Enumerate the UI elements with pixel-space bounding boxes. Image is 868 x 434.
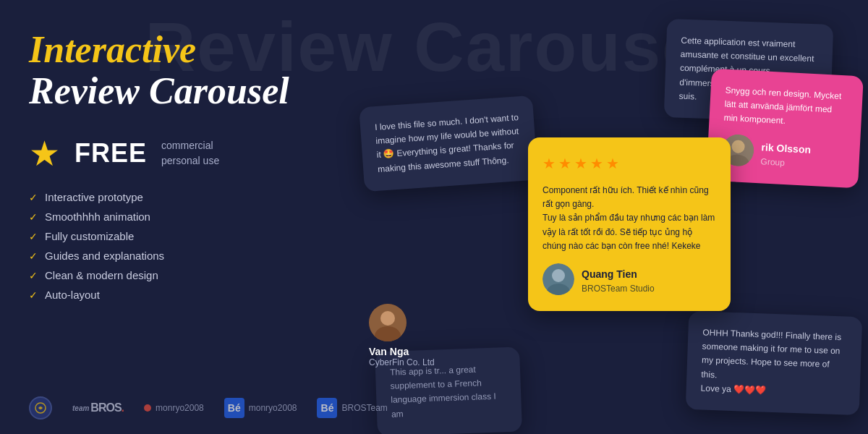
star-icon: ★ bbox=[29, 133, 60, 174]
title-interactive: Interactive bbox=[29, 29, 289, 70]
review-text: Component rất hữu ích. Thiết kế nhìn cũn… bbox=[542, 184, 716, 253]
free-sublabel: commercial personal use bbox=[161, 138, 219, 169]
author-company: BROSTeam Studio bbox=[582, 282, 655, 296]
logo-item-monryo2: Bé monryo2008 bbox=[224, 398, 297, 418]
title-main: Review Carousel bbox=[29, 70, 289, 111]
van-nga-name: Van Nga bbox=[369, 346, 435, 357]
van-nga-card: Van Nga CyberFin Co. Ltd bbox=[369, 304, 435, 367]
logo-label: monryo2008 bbox=[249, 403, 297, 413]
logo-label: BROSTeam bbox=[341, 403, 387, 413]
svg-point-5 bbox=[552, 269, 565, 282]
list-item: ✓ Fully customizable bbox=[29, 230, 289, 242]
review-text: OHHH Thanks god!!! Finally there is some… bbox=[700, 326, 847, 401]
star-4: ★ bbox=[590, 152, 603, 175]
behance-icon: Bé bbox=[224, 398, 244, 418]
check-icon: ✓ bbox=[29, 270, 38, 281]
logo-item-1 bbox=[29, 396, 52, 420]
free-section: ★ FREE commercial personal use bbox=[29, 133, 289, 174]
star-1: ★ bbox=[542, 152, 556, 175]
cards-area: I love this file so much. I don't want t… bbox=[304, 0, 868, 434]
check-icon: ✓ bbox=[29, 231, 38, 242]
list-item: ✓ Guides and explanations bbox=[29, 250, 289, 262]
check-icon: ✓ bbox=[29, 250, 38, 262]
logos-bar: team BROS. monryo2008 Bé monryo2008 Bé B… bbox=[29, 396, 388, 420]
svg-point-2 bbox=[380, 311, 395, 326]
review-text: Snygg och ren design. Mycket lätt att an… bbox=[723, 84, 848, 132]
star-3: ★ bbox=[574, 152, 587, 175]
free-label: FREE bbox=[75, 138, 147, 169]
check-icon: ✓ bbox=[29, 192, 38, 203]
logo-item-monryo1: monryo2008 bbox=[144, 403, 204, 413]
features-list: ✓ Interactive prototype ✓ Smoothhhh anim… bbox=[29, 191, 289, 301]
check-icon: ✓ bbox=[29, 211, 38, 223]
check-icon: ✓ bbox=[29, 289, 38, 301]
review-text: This app is tr... a great supplement to … bbox=[390, 362, 508, 421]
list-item: ✓ Clean & modern design bbox=[29, 269, 289, 281]
review-text: I love this file so much. I don't want t… bbox=[375, 111, 523, 176]
author-info: Quang Tien BROSTeam Studio bbox=[582, 262, 655, 297]
author-row: Quang Tien BROSTeam Studio bbox=[542, 262, 716, 297]
logo-item-bros: team BROS. bbox=[72, 401, 124, 414]
behance-icon-2: Bé bbox=[317, 398, 337, 418]
review-card-yellow: ★ ★ ★ ★ ★ Component rất hữu ích. Thiết k… bbox=[528, 137, 731, 311]
logo-label: monryo2008 bbox=[156, 403, 204, 413]
left-panel: Interactive Review Carousel ★ FREE comme… bbox=[29, 29, 289, 308]
list-item: ✓ Auto-layout bbox=[29, 289, 289, 301]
logo-item-brosteam: Bé BROSTeam bbox=[317, 398, 387, 418]
brand-icon bbox=[29, 396, 52, 420]
author-row-pink: rik Olsson Group bbox=[721, 132, 846, 173]
author-info-pink: rik Olsson Group bbox=[760, 135, 812, 171]
van-nga-company: CyberFin Co. Ltd bbox=[369, 357, 435, 367]
review-card-love: OHHH Thanks god!!! Finally there is some… bbox=[686, 311, 863, 415]
author-company-pink: Group bbox=[760, 155, 810, 171]
author-name: Quang Tien bbox=[582, 266, 655, 282]
list-item: ✓ Interactive prototype bbox=[29, 191, 289, 203]
bros-logo-text: BROS. bbox=[90, 401, 124, 414]
star-2: ★ bbox=[558, 152, 571, 175]
star-5: ★ bbox=[606, 152, 619, 175]
list-item: ✓ Smoothhhh animation bbox=[29, 210, 289, 223]
review-card-1: I love this file so much. I don't want t… bbox=[359, 95, 538, 192]
stars-row: ★ ★ ★ ★ ★ bbox=[542, 152, 716, 175]
